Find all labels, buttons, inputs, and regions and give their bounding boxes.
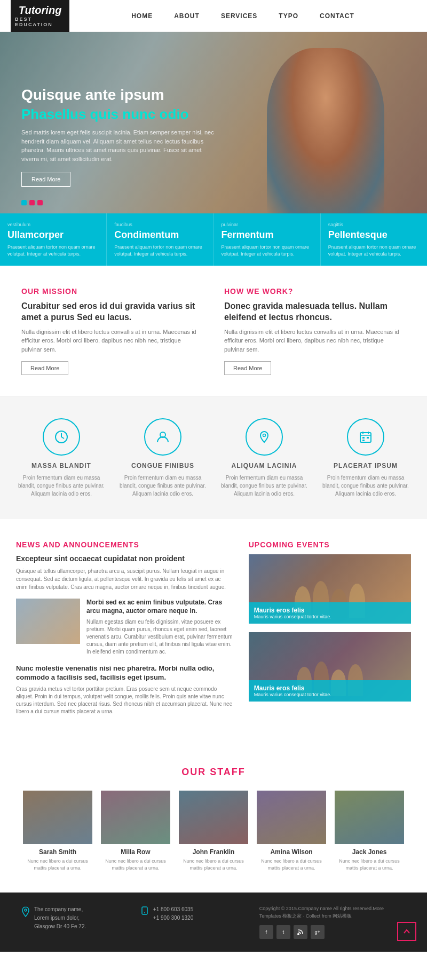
footer-phone: +1 800 603 6035 +1 900 300 1320: [140, 905, 238, 922]
footer: The company name,Lorem ipsum dolor,Glasg…: [0, 893, 427, 952]
icon-label-2: CONGUE FINIBUS: [117, 462, 208, 469]
nav-home[interactable]: HOME: [131, 12, 153, 20]
feature-item-3: pulvinar Fermentum Praesent aliquam tort…: [214, 213, 321, 266]
scroll-to-top-button[interactable]: [397, 922, 416, 941]
staff-item-1: Sarah Smith Nunc nec libero a dui cursus…: [23, 791, 92, 871]
location-icon-footer: [21, 906, 30, 919]
icon-item-1: MASSA BLANDIT Proin fermentum diam eu ma…: [11, 418, 112, 498]
howwework-text: Nulla dignissim elit et libero luctus co…: [224, 328, 406, 354]
news-item-1-content: Morbi sed ex ac enim finibus vulputate. …: [86, 599, 233, 656]
feature-title-3: Fermentum: [222, 229, 313, 241]
mission-text: Nulla dignissim elit et libero luctus co…: [21, 328, 203, 354]
logo-sub: Best Education: [15, 17, 65, 27]
feature-item-2: faucibus Condimentum Praesent aliquam to…: [107, 213, 213, 266]
staff-photo-5: [335, 791, 404, 844]
howwework-heading: Donec gravida malesuada tellus. Nullam e…: [224, 301, 406, 323]
feature-tag-1: vestibulum: [7, 222, 99, 227]
phone-2: +1 900 300 1320: [153, 915, 193, 921]
news-events-section: NEWS AND ANNOUNCEMENTS Excepteur sint oc…: [0, 519, 427, 745]
facebook-icon[interactable]: f: [259, 925, 273, 939]
news-col: NEWS AND ANNOUNCEMENTS Excepteur sint oc…: [16, 540, 233, 724]
nav-services[interactable]: SERVICES: [221, 12, 257, 20]
icon-item-3: ALIQUAM LACINIA Proin fermentum diam eu …: [213, 418, 315, 498]
hero-read-more-button[interactable]: Read More: [21, 172, 70, 187]
staff-section: OUR STAFF Sarah Smith Nunc nec libero a …: [0, 745, 427, 893]
staff-desc-2: Nunc nec libero a dui cursus mattis plac…: [101, 858, 170, 871]
dot-1[interactable]: [21, 200, 27, 205]
hero-title: Quisque ante ipsum: [21, 86, 219, 104]
hero-text: Sed mattis lorem eget felis suscipit lac…: [21, 128, 219, 163]
event-caption-title-2: Mauris eros felis: [254, 684, 406, 692]
logo[interactable]: Tutoring Best Education: [11, 0, 69, 32]
mission-section: OUR MISSION Curabitur sed eros id dui gr…: [0, 266, 427, 396]
phone-icon-footer: [140, 906, 149, 917]
staff-grid: Sarah Smith Nunc nec libero a dui cursus…: [16, 791, 411, 871]
footer-copy-text: Copyright © 2015.Company name All rights…: [259, 905, 406, 920]
twitter-icon[interactable]: t: [276, 925, 290, 939]
feature-title-2: Condimentum: [114, 229, 205, 241]
footer-wrapper: The company name,Lorem ipsum dolor,Glasg…: [0, 893, 427, 952]
svg-line-2: [61, 437, 64, 439]
icon-desc-2: Proin fermentum diam eu massa blandit, c…: [117, 474, 208, 498]
person-icon: [144, 418, 181, 456]
dot-2[interactable]: [29, 200, 35, 205]
dot-3[interactable]: [37, 200, 43, 205]
icon-label-1: MASSA BLANDIT: [16, 462, 107, 469]
footer-copy: Copyright © 2015.Company name All rights…: [259, 905, 406, 939]
icon-desc-1: Proin fermentum diam eu massa blandit, c…: [16, 474, 107, 498]
news-thumb-1: [16, 599, 80, 644]
feature-tag-4: sagittis: [328, 222, 420, 227]
news-item-2-title: Nunc molestie venenatis nisi nec pharetr…: [16, 664, 233, 682]
news-item-2: Nunc molestie venenatis nisi nec pharetr…: [16, 664, 233, 715]
howwework-label: HOW WE WORK?: [224, 287, 406, 296]
svg-rect-10: [367, 437, 369, 439]
nav-typo[interactable]: TYPO: [279, 12, 298, 20]
staff-photo-1: [23, 791, 92, 844]
feature-desc-2: Praesent aliquam tortor non quam ornare …: [114, 244, 205, 257]
staff-photo-4: [257, 791, 326, 844]
svg-rect-5: [360, 433, 371, 442]
event-caption-1: Mauris eros felis Mauris varius consequa…: [249, 602, 411, 624]
staff-photo-3: [179, 791, 248, 844]
hero-content: Quisque ante ipsum Phasellus quis nunc o…: [0, 70, 240, 213]
staff-title: OUR STAFF: [16, 767, 411, 778]
event-caption-2: Mauris eros felis Mauris varius consequa…: [249, 680, 411, 702]
staff-name-3: John Franklin: [179, 848, 248, 856]
gplus-icon[interactable]: g+: [311, 925, 325, 939]
nav-about[interactable]: ABOUT: [174, 12, 200, 20]
location-icon: [246, 418, 283, 456]
phone-1: +1 800 603 6035: [153, 906, 193, 912]
news-item-1-text: Nullam egestas diam eu felis dignissim, …: [86, 618, 233, 656]
feature-title-1: Ullamcorper: [7, 229, 99, 241]
event-card-2[interactable]: Mauris eros felis Mauris varius consequa…: [249, 632, 411, 702]
event-caption-sub-2: Mauris varius consequat tortor vitae.: [254, 692, 406, 697]
hero-image: [267, 48, 384, 213]
staff-desc-4: Nunc nec libero a dui cursus mattis plac…: [257, 858, 326, 871]
icon-label-4: PLACERAT IPSUM: [320, 462, 411, 469]
hero-dots: [21, 200, 43, 205]
staff-item-5: Jack Jones Nunc nec libero a dui cursus …: [335, 791, 404, 871]
staff-name-1: Sarah Smith: [23, 848, 92, 856]
feature-tag-2: faucibus: [114, 222, 205, 227]
news-item-2-content: Nunc molestie venenatis nisi nec pharetr…: [16, 664, 233, 715]
rss-icon[interactable]: [294, 925, 307, 939]
staff-desc-5: Nunc nec libero a dui cursus mattis plac…: [335, 858, 404, 871]
logo-text: Tutoring: [19, 4, 62, 17]
event-card-1[interactable]: Mauris eros felis Mauris varius consequa…: [249, 554, 411, 624]
howwework-read-more-button[interactable]: Read More: [224, 361, 271, 375]
icon-desc-3: Proin fermentum diam eu massa blandit, c…: [219, 474, 310, 498]
icons-section: MASSA BLANDIT Proin fermentum diam eu ma…: [0, 397, 427, 519]
event-caption-title-1: Mauris eros felis: [254, 607, 406, 614]
svg-rect-9: [362, 437, 365, 439]
news-headline: Excepteur sint occaecat cupidatat non pr…: [16, 554, 233, 563]
main-nav: HOME ABOUT SERVICES TYPO CONTACT: [69, 12, 416, 20]
staff-item-4: Amina Wilson Nunc nec libero a dui cursu…: [257, 791, 326, 871]
feature-desc-3: Praesent aliquam tortor non quam ornare …: [222, 244, 313, 257]
feature-desc-4: Praesent aliquam tortor non quam ornare …: [328, 244, 420, 257]
staff-item-3: John Franklin Nunc nec libero a dui curs…: [179, 791, 248, 871]
nav-contact[interactable]: CONTACT: [320, 12, 354, 20]
news-item-1: Morbi sed ex ac enim finibus vulputate. …: [16, 599, 233, 656]
clock-icon: [43, 418, 80, 456]
mission-read-more-button[interactable]: Read More: [21, 361, 68, 375]
feature-desc-1: Praesent aliquam tortor non quam ornare …: [7, 244, 99, 257]
